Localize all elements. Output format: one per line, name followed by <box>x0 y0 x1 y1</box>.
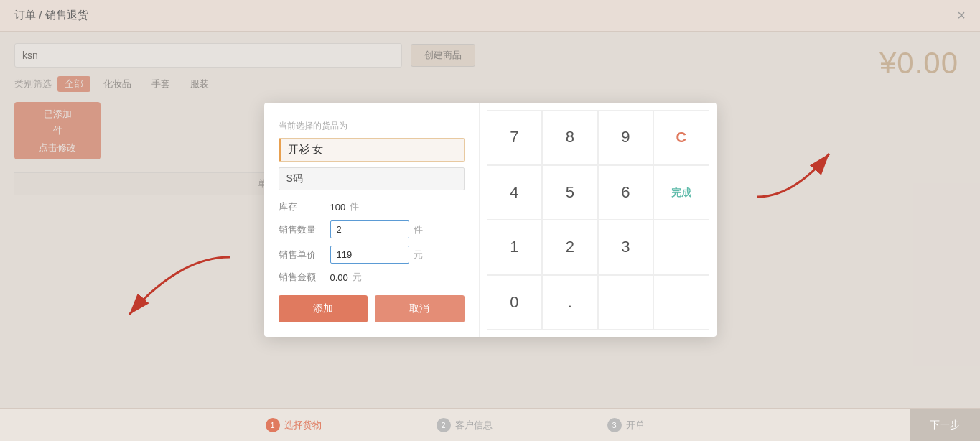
num-6[interactable]: 6 <box>598 165 654 220</box>
clear-button[interactable]: C <box>653 110 709 165</box>
arrow-left-icon <box>122 250 237 322</box>
num-7[interactable]: 7 <box>487 110 543 165</box>
modal-overlay: 当前选择的货品为 开衫 女 S码 库存 100 件 销售数量 件 销售单价 元 <box>0 32 980 408</box>
num-4[interactable]: 4 <box>487 165 543 220</box>
price-unit: 元 <box>414 249 423 261</box>
modal-qty-row: 销售数量 件 <box>279 220 465 238</box>
qty-unit: 件 <box>414 223 423 236</box>
num-9[interactable]: 9 <box>598 110 654 165</box>
num-8[interactable]: 8 <box>542 110 598 165</box>
qty-input[interactable] <box>330 220 409 238</box>
step-3-num: 3 <box>607 418 622 432</box>
num-5[interactable]: 5 <box>542 165 598 220</box>
step-1-label: 选择货物 <box>284 419 322 432</box>
price-label: 销售单价 <box>279 249 330 261</box>
modal-amount-row: 销售金额 0.00 元 <box>279 271 465 284</box>
qty-label: 销售数量 <box>279 223 330 236</box>
num-empty-3 <box>653 275 709 330</box>
stock-unit: 件 <box>350 200 359 213</box>
num-empty-2 <box>598 275 654 330</box>
modal-price-row: 销售单价 元 <box>279 246 465 264</box>
modal-buttons: 添加 取消 <box>279 295 465 322</box>
arrow-right-icon <box>750 147 836 204</box>
step-3-label: 开单 <box>626 419 645 432</box>
step-1: 1 选择货物 <box>208 418 379 432</box>
modal-product-name: 开衫 女 <box>279 138 465 162</box>
step-2-num: 2 <box>437 418 451 432</box>
header-title: 订单 / 销售退货 <box>14 9 88 22</box>
add-button[interactable]: 添加 <box>279 295 368 322</box>
steps-container: 1 选择货物 2 客户信息 3 开单 <box>0 418 910 432</box>
step-3: 3 开单 <box>550 418 702 432</box>
cancel-button[interactable]: 取消 <box>375 295 465 322</box>
modal-dialog: 当前选择的货品为 开衫 女 S码 库存 100 件 销售数量 件 销售单价 元 <box>264 103 717 337</box>
close-icon[interactable]: × <box>957 7 966 24</box>
num-0[interactable]: 0 <box>487 275 543 330</box>
header: 订单 / 销售退货 × <box>0 0 980 32</box>
stock-label: 库存 <box>279 200 330 213</box>
modal-left: 当前选择的货品为 开衫 女 S码 库存 100 件 销售数量 件 销售单价 元 <box>264 103 480 337</box>
num-dot[interactable]: . <box>542 275 598 330</box>
next-button[interactable]: 下一步 <box>910 409 980 442</box>
num-3[interactable]: 3 <box>598 220 654 275</box>
amount-label: 销售金额 <box>279 271 330 284</box>
main-area: 创建商品 类别筛选 全部 化妆品 手套 服装 已添加 件 点击修改 单价 销售数… <box>0 32 980 408</box>
num-1[interactable]: 1 <box>487 220 543 275</box>
numpad-grid: 7 8 9 C 4 5 6 完成 1 2 3 0 . <box>487 110 709 330</box>
price-input[interactable] <box>330 246 409 264</box>
modal-product-label: 当前选择的货品为 <box>279 120 465 132</box>
step-1-num: 1 <box>266 418 280 432</box>
amount-unit: 元 <box>353 271 362 284</box>
step-2: 2 客户信息 <box>379 418 550 432</box>
stock-value: 100 <box>330 202 346 213</box>
num-2[interactable]: 2 <box>542 220 598 275</box>
amount-display: 0.00 <box>330 272 348 283</box>
modal-numpad: 7 8 9 C 4 5 6 完成 1 2 3 0 . <box>480 103 717 337</box>
modal-sku: S码 <box>279 167 465 190</box>
done-button[interactable]: 完成 <box>653 165 709 220</box>
footer: 1 选择货物 2 客户信息 3 开单 下一步 <box>0 408 980 441</box>
step-2-label: 客户信息 <box>455 419 493 432</box>
num-empty-1 <box>653 220 709 275</box>
modal-stock-row: 库存 100 件 <box>279 200 465 213</box>
